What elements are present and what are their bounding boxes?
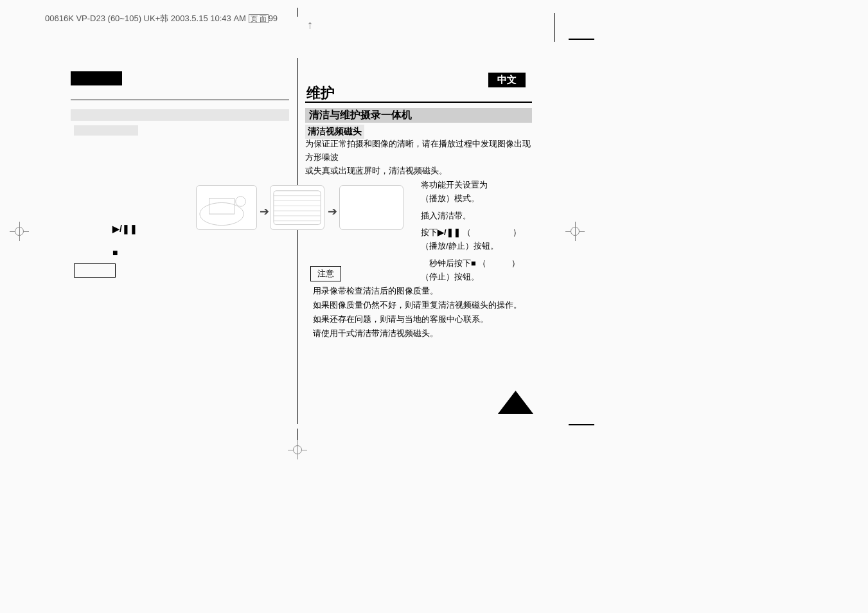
- crop-line: [554, 13, 555, 42]
- bullet-3: 如果还存在问题，则请与当地的客服中心联系。: [313, 312, 531, 326]
- subsection-heading: 清洁视频磁头: [305, 125, 364, 139]
- gray-sub-bar-left: [74, 125, 138, 136]
- illustration-noise-screen: [270, 185, 324, 230]
- svg-point-2: [236, 197, 246, 207]
- stop-icon: ■: [471, 258, 476, 268]
- arrow-icon: ➔: [260, 204, 269, 218]
- bullet-1: 用录像带检查清洁后的图像质量。: [313, 284, 531, 298]
- svg-marker-10: [498, 391, 533, 414]
- triangle-marker-icon: [498, 391, 533, 414]
- steps-list: 将功能开关设置为 （播放）模式。 插入清洁带。 按下▶/❚❚ （ ） （播放/静…: [421, 179, 536, 288]
- column-divider: [297, 58, 298, 424]
- step-3: 按下▶/❚❚ （ ） （播放/静止）按钮。: [421, 226, 536, 253]
- black-block: [71, 71, 122, 85]
- notice-bullets: 用录像带检查清洁后的图像质量。 如果图像质量仍然不好，则请重复清洁视频磁头的操作…: [313, 284, 531, 341]
- divider: [71, 100, 289, 100]
- illustration-camcorder: [196, 185, 257, 230]
- page-header: 00616K VP-D23 (60~105) UK+韩 2003.5.15 10…: [45, 13, 278, 24]
- page-label-prefix: 页 面: [249, 14, 269, 23]
- svg-rect-1: [209, 199, 235, 214]
- crosshair-icon: [565, 222, 585, 241]
- filename: 00616K VP-D23 (60~105) UK+韩 2003.5.15 10…: [45, 13, 246, 23]
- crosshair-icon: [288, 440, 307, 459]
- step-1: 将功能开关设置为 （播放）模式。: [421, 179, 536, 206]
- illustration-blue-screen: [339, 185, 403, 230]
- step-4: 秒钟后按下■ （ ） （停止）按钮。: [421, 257, 536, 284]
- gray-section-bar-left: [71, 109, 289, 121]
- crosshair-icon: [10, 222, 29, 241]
- play-pause-icon: ▶/❚❚: [112, 224, 137, 234]
- crop-mark: [569, 424, 594, 425]
- outline-box-left: [74, 263, 116, 278]
- page-number: 99: [269, 13, 278, 23]
- step-2: 插入清洁带。: [421, 209, 536, 223]
- stop-icon: ■: [112, 247, 118, 258]
- play-pause-icon: ▶/❚❚: [438, 227, 461, 237]
- bullet-4: 请使用干式清洁带清洁视频磁头。: [313, 326, 531, 341]
- crop-mark: [569, 39, 594, 40]
- page-title: 维护: [306, 84, 335, 103]
- language-tag: 中文: [488, 73, 526, 87]
- section-heading: 清洁与维护摄录一体机: [305, 108, 532, 123]
- arrow-icon: ➔: [328, 204, 337, 218]
- title-underline: [305, 102, 532, 103]
- intro-text: 为保证正常拍摄和图像的清晰，请在播放过程中发现图像出现方形噪波 或失真或出现蓝屏…: [305, 138, 536, 177]
- crop-line: [297, 8, 298, 17]
- notice-label: 注意: [310, 266, 341, 281]
- header-arrow-icon: ↓: [307, 19, 313, 33]
- bullet-2: 如果图像质量仍然不好，则请重复清洁视频磁头的操作。: [313, 298, 531, 312]
